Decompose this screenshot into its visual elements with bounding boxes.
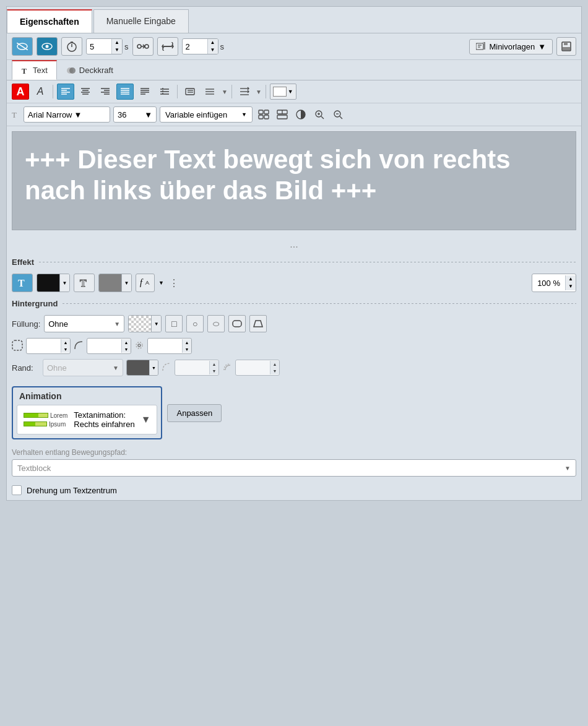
align-right-button[interactable] xyxy=(97,84,114,100)
effekt-color2-arrow[interactable]: ▼ xyxy=(121,274,131,292)
verhalten-arrow: ▼ xyxy=(564,465,571,472)
list-dropdown-arrow[interactable]: ▼ xyxy=(222,89,228,95)
corner-value1-spinner: 2 % ▲ ▼ xyxy=(26,338,71,354)
effekt-color2-swatch[interactable] xyxy=(99,274,121,292)
zoom-out-icon[interactable] xyxy=(330,106,346,123)
font-size-dropdown[interactable]: 36 ▼ xyxy=(113,106,157,123)
svg-rect-58 xyxy=(277,115,287,119)
ipsum-line: Ipsum xyxy=(24,421,67,428)
rand-pct2-down[interactable]: ▼ xyxy=(270,368,279,374)
corner1-up[interactable]: ▲ xyxy=(61,339,70,346)
spacing-button[interactable] xyxy=(236,84,253,100)
fuellung-dropdown[interactable]: Ohne ▼ xyxy=(44,315,124,332)
svg-rect-14 xyxy=(564,42,568,45)
fx-label: f xyxy=(140,278,142,288)
transition-icon[interactable] xyxy=(132,37,153,56)
justify2-button[interactable] xyxy=(136,84,153,100)
opacity-up[interactable]: ▲ xyxy=(566,275,576,283)
hintergrund-color-swatch[interactable] xyxy=(129,316,151,332)
duration2-unit: s xyxy=(220,42,225,51)
rand-pct1-up[interactable]: ▲ xyxy=(210,361,218,368)
more-options-button[interactable]: ⋮ xyxy=(168,274,180,292)
rand-pct1-down[interactable]: ▼ xyxy=(210,368,218,374)
duration1-input[interactable]: 5 xyxy=(87,40,111,53)
svg-rect-15 xyxy=(563,47,570,50)
tab-manuelle-eingabe[interactable]: Manuelle Eingabe xyxy=(93,9,189,33)
blur-up[interactable]: ▲ xyxy=(183,339,191,346)
rand-row: Rand: Ohne ▼ ▼ 1 % ▲ ▼ xyxy=(7,357,581,379)
rand-color-arrow[interactable]: ▼ xyxy=(149,360,158,375)
duration1-up[interactable]: ▲ xyxy=(112,39,122,46)
justify-button[interactable] xyxy=(116,84,134,100)
hintergrund-color-arrow[interactable]: ▼ xyxy=(151,316,161,332)
opacity-value: 100 % xyxy=(532,279,565,288)
timer-icon[interactable] xyxy=(61,37,82,56)
align-left-button[interactable] xyxy=(57,84,74,100)
save-button[interactable] xyxy=(556,37,576,56)
font-color-button[interactable]: ▼ xyxy=(270,84,296,100)
font-color-arrow[interactable]: ▼ xyxy=(288,89,293,95)
animation-dropdown-arrow[interactable]: ▼ xyxy=(141,414,151,425)
shape-custom-button[interactable] xyxy=(249,315,267,332)
bold-button[interactable]: A xyxy=(12,84,29,100)
duration1-unit: s xyxy=(124,42,129,51)
loop-icon[interactable] xyxy=(157,37,178,56)
anpassen-button[interactable]: Anpassen xyxy=(167,404,222,422)
spacing-dropdown-arrow[interactable]: ▼ xyxy=(256,89,262,95)
duration2-up[interactable]: ▲ xyxy=(208,39,218,46)
drehung-checkbox[interactable] xyxy=(12,485,22,495)
blur-down[interactable]: ▼ xyxy=(183,346,191,353)
rand-pct2-input[interactable]: 1 % xyxy=(236,362,270,373)
rand-inner-icon xyxy=(222,362,232,374)
corner-value1-input[interactable]: 2 % xyxy=(27,340,61,352)
list-button[interactable] xyxy=(181,84,199,100)
justify3-button[interactable] xyxy=(156,84,173,100)
duration2-down[interactable]: ▼ xyxy=(208,46,218,54)
duration2-input[interactable]: 2 xyxy=(183,40,207,53)
separator-4 xyxy=(266,85,266,98)
rand-dropdown[interactable]: Ohne ▼ xyxy=(43,359,123,376)
animation-item[interactable]: Lorem Ipsum Textanimation: Rechts einfah… xyxy=(17,405,157,434)
tab-text[interactable]: T Text xyxy=(12,60,57,80)
variable-einfuegen-button[interactable]: Variable einfügen ▼ xyxy=(160,106,253,123)
show-icon[interactable] xyxy=(37,37,58,56)
zoom-in-icon[interactable] xyxy=(311,106,327,123)
shape-oval-button[interactable]: ⬭ xyxy=(207,315,225,332)
effekt-text-outline-button[interactable]: T xyxy=(74,274,95,292)
rand-color-swatch[interactable] xyxy=(127,360,149,375)
shape-rect-button[interactable]: □ xyxy=(165,315,183,332)
shape-rounded-button[interactable] xyxy=(228,315,246,332)
minivorlagen-button[interactable]: Minivorlagen ▼ xyxy=(469,39,553,54)
format-toolbar: A A xyxy=(7,80,581,103)
font-toolbar: T Arial Narrow ▼ 36 ▼ Variable einfügen … xyxy=(7,103,581,126)
corner2-down[interactable]: ▼ xyxy=(122,346,131,353)
align-center-button[interactable] xyxy=(77,84,94,100)
duration1-down[interactable]: ▼ xyxy=(112,46,122,54)
layout-icon[interactable] xyxy=(274,106,290,123)
effekt-text-fill-button[interactable]: T xyxy=(12,274,33,292)
tab-deckkraft[interactable]: Deckkraft xyxy=(57,60,123,80)
rand-pct2-up[interactable]: ▲ xyxy=(270,361,279,368)
list2-button[interactable] xyxy=(201,84,218,100)
grid-icon[interactable] xyxy=(256,106,272,123)
verhalten-dropdown[interactable]: Textblock ▼ xyxy=(12,459,576,477)
hintergrund-title: Hintergrund xyxy=(12,299,58,308)
blur-input[interactable]: 0 % xyxy=(148,340,182,352)
italic-button[interactable]: A xyxy=(32,84,49,100)
fx-button[interactable]: f xyxy=(136,274,155,292)
rand-pct1-input[interactable]: 1 % xyxy=(175,362,209,373)
contrast-icon[interactable] xyxy=(293,106,309,123)
effekt-color1-arrow[interactable]: ▼ xyxy=(59,274,69,292)
corner2-up[interactable]: ▲ xyxy=(122,339,131,346)
verhalten-label: Verhalten entlang Bewegungspfad: xyxy=(12,448,576,457)
extra-icons xyxy=(256,106,346,123)
corner-value2-input[interactable]: 4 % xyxy=(87,340,121,352)
effekt-color1-swatch[interactable] xyxy=(37,274,59,292)
fx-dropdown-arrow[interactable]: ▼ xyxy=(158,280,164,286)
corner1-down[interactable]: ▼ xyxy=(61,346,70,353)
hide-icon[interactable] xyxy=(12,37,33,56)
font-name-dropdown[interactable]: Arial Narrow ▼ xyxy=(24,106,110,123)
shape-circle-button[interactable]: ○ xyxy=(186,315,204,332)
tab-eigenschaften[interactable]: Eigenschaften xyxy=(7,9,92,33)
opacity-down[interactable]: ▼ xyxy=(566,283,576,290)
